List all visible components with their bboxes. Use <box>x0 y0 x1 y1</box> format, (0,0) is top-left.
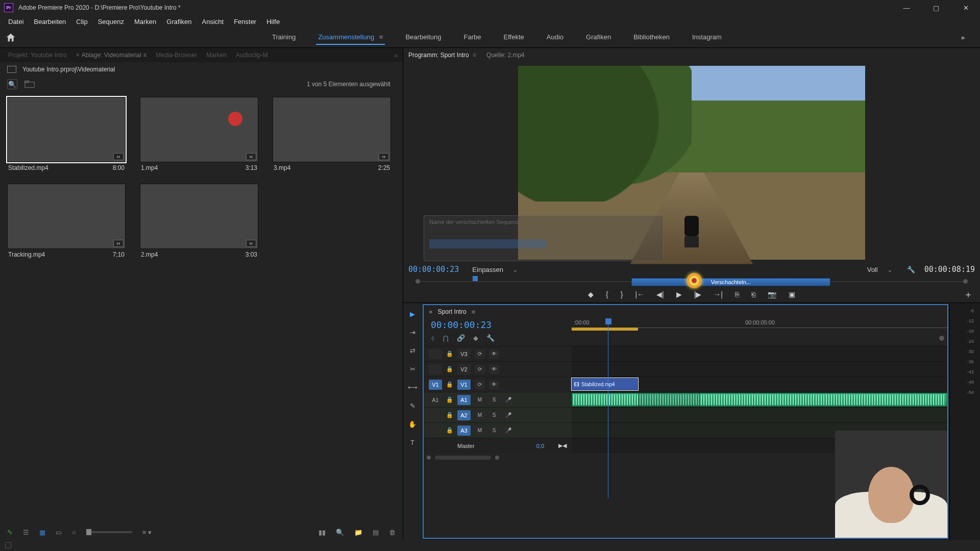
home-icon[interactable] <box>5 32 17 43</box>
mute-icon[interactable]: M <box>475 411 485 420</box>
out-point-icon[interactable]: } <box>621 290 623 298</box>
ws-tab-instagram[interactable]: Instagram <box>690 30 724 45</box>
panel-tabs-overflow-icon[interactable]: » <box>394 52 398 59</box>
step-back-icon[interactable]: ◀| <box>656 290 664 298</box>
track-target[interactable]: V1 <box>457 380 471 390</box>
zoom-handle-right[interactable] <box>963 279 968 284</box>
panel-tab-marken[interactable]: Marken <box>203 49 230 61</box>
auto-seq-icon[interactable]: ▮▮ <box>318 529 326 536</box>
video-clip[interactable]: 🎞 Stabilized.mp4 <box>572 378 638 390</box>
new-bin-button-icon[interactable]: 📁 <box>354 529 362 536</box>
menu-grafiken[interactable]: Grafiken <box>161 16 197 27</box>
lock-icon[interactable]: 🔒 <box>446 427 453 434</box>
toggle-output-icon[interactable]: 👁 <box>489 349 499 359</box>
ws-tab-farbe[interactable]: Farbe <box>462 30 483 45</box>
program-scrubber[interactable]: Verschachteln... <box>418 276 966 288</box>
menu-hilfe[interactable]: Hilfe <box>261 16 285 27</box>
export-frame-icon[interactable]: 📷 <box>768 290 776 298</box>
goto-out-icon[interactable]: →| <box>714 290 723 298</box>
ripple-tool-icon[interactable]: ⇄ <box>407 345 418 356</box>
track-header-a1[interactable]: A1 🔒 A1 M S 🎤 <box>424 392 572 407</box>
step-fwd-icon[interactable]: |▶ <box>694 290 702 298</box>
source-patch[interactable] <box>429 410 442 420</box>
dialog-input[interactable] <box>429 239 547 248</box>
sync-lock-icon[interactable]: ⟳ <box>475 349 485 359</box>
quality-dropdown[interactable]: Voll <box>867 266 878 273</box>
hand-tool-icon[interactable]: ✋ <box>407 418 418 430</box>
filter-bin-icon[interactable] <box>24 80 35 88</box>
zoom-out-icon[interactable]: ○ <box>72 529 76 536</box>
lane-v1[interactable]: 🎞 Stabilized.mp4 <box>572 377 947 392</box>
audio-clip[interactable] <box>572 393 947 407</box>
lock-icon[interactable]: 🔒 <box>446 396 453 403</box>
menu-fenster[interactable]: Fenster <box>229 16 261 27</box>
menu-datei[interactable]: Datei <box>3 16 29 27</box>
zoom-fit-dropdown[interactable]: Einpassen <box>472 266 503 273</box>
ws-tab-bibliotheken[interactable]: Bibliotheken <box>631 30 672 45</box>
solo-icon[interactable]: S <box>489 411 499 420</box>
menu-marken[interactable]: Marken <box>129 16 161 27</box>
master-value[interactable]: 0,0 <box>536 443 544 449</box>
type-tool-icon[interactable]: T <box>407 437 418 448</box>
list-view-icon[interactable]: ☰ <box>23 529 29 536</box>
ws-tab-effekte[interactable]: Effekte <box>502 30 526 45</box>
track-header-a2[interactable]: 🔒 A2 M S 🎤 <box>424 407 572 422</box>
mute-icon[interactable]: M <box>475 395 485 405</box>
delete-icon[interactable]: 🗑 <box>389 529 396 536</box>
track-header-v3[interactable]: 🔒 V3 ⟳ 👁 <box>424 346 572 361</box>
goto-in-icon[interactable]: |← <box>635 290 644 298</box>
track-target[interactable]: V2 <box>457 364 471 374</box>
lock-icon[interactable]: 🔒 <box>446 350 453 357</box>
source-patch[interactable]: A1 <box>429 395 442 405</box>
close-seq-icon[interactable]: × <box>429 308 433 316</box>
toggle-output-icon[interactable]: 👁 <box>489 365 499 374</box>
menu-sequenz[interactable]: Sequenz <box>93 16 129 27</box>
zoom-handle-right[interactable] <box>495 456 499 460</box>
playhead-icon[interactable] <box>605 318 611 324</box>
thumb-size-slider[interactable] <box>86 531 132 533</box>
razor-tool-icon[interactable]: ✂ <box>407 363 418 374</box>
menu-clip[interactable]: Clip <box>71 16 92 27</box>
source-patch[interactable] <box>429 425 442 436</box>
in-point-icon[interactable]: { <box>606 290 608 298</box>
master-meter-icon[interactable]: ▶◀ <box>558 442 567 449</box>
mark-in-icon[interactable]: ◆ <box>588 290 594 298</box>
track-header-v2[interactable]: 🔒 V2 ⟳ 👁 <box>424 361 572 377</box>
track-target[interactable]: V3 <box>457 349 471 359</box>
bin-icon[interactable] <box>7 66 16 73</box>
write-enable-icon[interactable]: ✎ <box>7 529 13 536</box>
solo-icon[interactable]: S <box>489 395 499 405</box>
clip-thumb[interactable]: H 2.mp43:03 <box>140 184 258 260</box>
find-icon[interactable]: 🔍 <box>336 529 344 536</box>
lane-a2[interactable] <box>572 407 947 422</box>
nest-toggle-icon[interactable]: ⎀ <box>431 334 435 342</box>
ws-tab-training[interactable]: Training <box>270 30 298 45</box>
linked-sel-icon[interactable]: 🔗 <box>457 334 465 342</box>
menu-bearbeiten[interactable]: Bearbeiten <box>29 16 71 27</box>
minimize-icon[interactable]: — <box>896 1 917 15</box>
scroll-thumb[interactable] <box>435 456 491 460</box>
chevron-down-icon[interactable]: ⌄ <box>512 266 518 273</box>
panel-tab-projekt[interactable]: Projekt: Youtube Intro <box>5 49 70 61</box>
search-icon[interactable]: 🔍 <box>7 79 17 89</box>
track-target[interactable]: A3 <box>457 425 471 436</box>
compare-view-icon[interactable]: ▣ <box>789 290 795 298</box>
lock-icon[interactable]: 🔒 <box>446 366 453 372</box>
extract-icon[interactable]: ⎗ <box>751 290 755 298</box>
slip-tool-icon[interactable]: ⟷ <box>407 382 418 393</box>
lock-icon[interactable]: 🔒 <box>446 412 453 418</box>
source-patch[interactable] <box>429 349 442 359</box>
ws-tab-audio[interactable]: Audio <box>545 30 566 45</box>
freeform-view-icon[interactable]: ▭ <box>56 529 62 536</box>
ws-tab-menu-icon[interactable]: ≡ <box>377 33 383 41</box>
program-tab[interactable]: Programm: Sport Intro ≡ <box>408 52 476 59</box>
playhead-icon[interactable] <box>473 276 478 281</box>
panel-menu-icon[interactable]: ≡ <box>143 52 146 59</box>
marker-add-icon[interactable]: ◆ <box>473 334 478 342</box>
track-target[interactable]: A1 <box>457 395 471 405</box>
clip-thumb[interactable]: H 3.mp42:25 <box>273 97 391 173</box>
timeline-timecode[interactable]: 00:00:00:23 <box>424 318 572 331</box>
new-item-icon[interactable]: ▤ <box>373 529 379 536</box>
zoom-scroll-handle[interactable] <box>939 336 944 341</box>
play-icon[interactable]: ▶ <box>676 290 682 298</box>
